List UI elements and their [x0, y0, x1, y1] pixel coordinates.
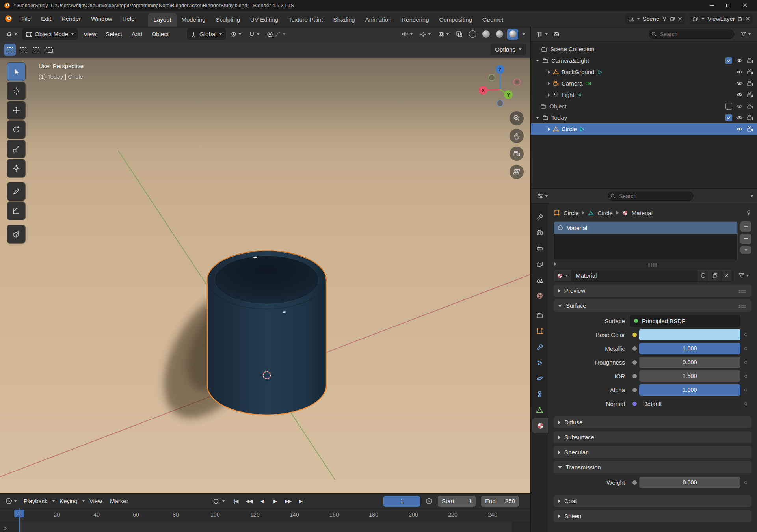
menu-view[interactable]: View [86, 498, 106, 504]
playhead-line[interactable] [19, 508, 20, 532]
pin-icon[interactable] [746, 210, 751, 216]
animate-decorator[interactable] [744, 389, 747, 391]
material-slot-list[interactable]: Material [554, 221, 738, 260]
menu-edit[interactable]: Edit [36, 11, 56, 27]
animate-decorator[interactable] [744, 375, 747, 378]
properties-options-icon[interactable] [750, 195, 753, 197]
xray-toggle[interactable] [454, 31, 465, 37]
visibility-dropdown[interactable] [399, 31, 415, 37]
collection-checkbox[interactable] [725, 114, 732, 121]
tab-compositing[interactable]: Compositing [434, 13, 477, 27]
tab-animation[interactable]: Animation [360, 13, 397, 27]
hide-eye-icon[interactable] [736, 126, 743, 132]
expand-icon[interactable] [548, 71, 550, 74]
slot-specials-button[interactable] [740, 246, 751, 254]
remove-icon[interactable] [746, 17, 750, 21]
tab-modeling[interactable]: Modeling [177, 13, 211, 27]
panel-surface[interactable]: Surface [554, 299, 751, 312]
tab-world[interactable] [531, 288, 548, 303]
ortho-grid-button[interactable] [510, 165, 524, 179]
material-browse-dropdown[interactable] [554, 270, 572, 282]
menu-help[interactable]: Help [117, 11, 140, 27]
gizmos-dropdown[interactable] [418, 31, 433, 37]
add-slot-button[interactable] [740, 221, 751, 232]
mode-dropdown[interactable]: Object Mode [22, 28, 78, 40]
tool-cursor[interactable] [7, 82, 25, 100]
menu-window[interactable]: Window [86, 11, 117, 27]
tab-scene[interactable] [531, 272, 548, 288]
tool-move[interactable] [7, 101, 25, 119]
menu-add[interactable]: Add [128, 31, 146, 37]
ior-slider[interactable]: 1.500 [639, 370, 740, 382]
tool-transform[interactable] [7, 159, 25, 177]
hide-eye-icon[interactable] [736, 114, 743, 121]
new-copy-button[interactable] [709, 270, 721, 282]
tab-shading[interactable]: Shading [328, 13, 360, 27]
tab-particles[interactable] [531, 355, 548, 370]
tab-rendering[interactable]: Rendering [396, 13, 434, 27]
copy-icon[interactable] [738, 16, 743, 21]
tab-render[interactable] [531, 225, 548, 240]
shader-select-button[interactable]: Principled BSDF [630, 315, 740, 327]
breadcrumb-data[interactable]: Circle [597, 210, 612, 216]
metallic-slider[interactable]: 1.000 [639, 343, 740, 354]
panel-subsurface[interactable]: Subsurface [554, 431, 751, 443]
weight-slider[interactable]: 0.000 [639, 477, 740, 488]
maximize-button[interactable] [720, 0, 737, 11]
outliner-row-light[interactable]: Light [531, 89, 757, 100]
material-filter-dropdown[interactable] [736, 273, 751, 279]
pivot-dropdown[interactable] [228, 31, 244, 37]
tab-object-data[interactable] [531, 402, 548, 418]
animate-decorator[interactable] [744, 402, 747, 405]
tab-modifiers[interactable] [531, 339, 548, 355]
properties-search-input[interactable] [607, 191, 694, 201]
unlink-icon[interactable] [678, 17, 682, 21]
end-frame-field[interactable]: End 250 [481, 496, 519, 507]
outliner-row-background[interactable]: BackGround [531, 66, 757, 78]
expand-icon[interactable] [548, 128, 550, 131]
shading-wireframe-button[interactable] [467, 29, 478, 40]
tab-physics[interactable] [531, 370, 548, 386]
play-button[interactable]: ▶ [269, 496, 281, 506]
display-mode-icon[interactable] [554, 31, 560, 37]
shading-rendered-button[interactable] [507, 29, 518, 40]
menu-view[interactable]: View [80, 31, 100, 37]
timeline-ruler[interactable]: 20 40 60 80 100 120 140 160 180 200 220 … [0, 508, 530, 522]
panel-diffuse[interactable]: Diffuse [554, 416, 751, 428]
tab-output[interactable] [531, 240, 548, 256]
animate-decorator[interactable] [744, 333, 747, 336]
panel-transmission[interactable]: Transmission [554, 461, 751, 473]
breadcrumb-object[interactable]: Circle [564, 210, 578, 216]
panel-specular[interactable]: Specular [554, 446, 751, 458]
animate-decorator[interactable] [744, 481, 747, 484]
hide-eye-icon[interactable] [736, 57, 743, 64]
alpha-slider[interactable]: 1.000 [639, 384, 740, 396]
panel-sheen[interactable]: Sheen [554, 510, 751, 522]
shading-solid-button[interactable] [480, 29, 491, 40]
select-mode-extend[interactable] [17, 44, 29, 56]
proportional-editing-toggle[interactable] [264, 31, 288, 37]
blender-menu-icon[interactable] [0, 15, 16, 22]
panel-preview[interactable]: Preview [554, 285, 751, 297]
shading-material-button[interactable] [494, 29, 505, 40]
roughness-slider[interactable]: 0.000 [639, 357, 740, 368]
start-frame-field[interactable]: Start 1 [438, 496, 476, 507]
properties-editor-type[interactable] [534, 193, 551, 199]
expand-icon[interactable] [548, 82, 550, 85]
tab-layout[interactable]: Layout [148, 13, 176, 27]
clock-toggle-icon[interactable] [426, 498, 432, 504]
collection-checkbox[interactable] [725, 103, 732, 110]
outliner-row-camera-light[interactable]: Camera&Light [531, 55, 757, 66]
zoom-button[interactable] [510, 111, 524, 125]
menu-file[interactable]: File [16, 11, 36, 27]
render-visibility-icon[interactable] [747, 115, 753, 121]
tab-geometry-nodes[interactable]: Geomet [477, 13, 508, 27]
orientation-dropdown[interactable]: Global [187, 28, 226, 40]
breadcrumb-material[interactable]: Material [632, 210, 653, 216]
material-name-input[interactable] [572, 270, 697, 282]
tab-uv-editing[interactable]: UV Editing [245, 13, 283, 27]
pan-hand-button[interactable] [510, 129, 524, 143]
outliner-row-object[interactable]: Object [531, 100, 757, 112]
viewlayer-selector[interactable]: ViewLayer [689, 13, 753, 24]
outliner-filter[interactable] [738, 31, 753, 37]
